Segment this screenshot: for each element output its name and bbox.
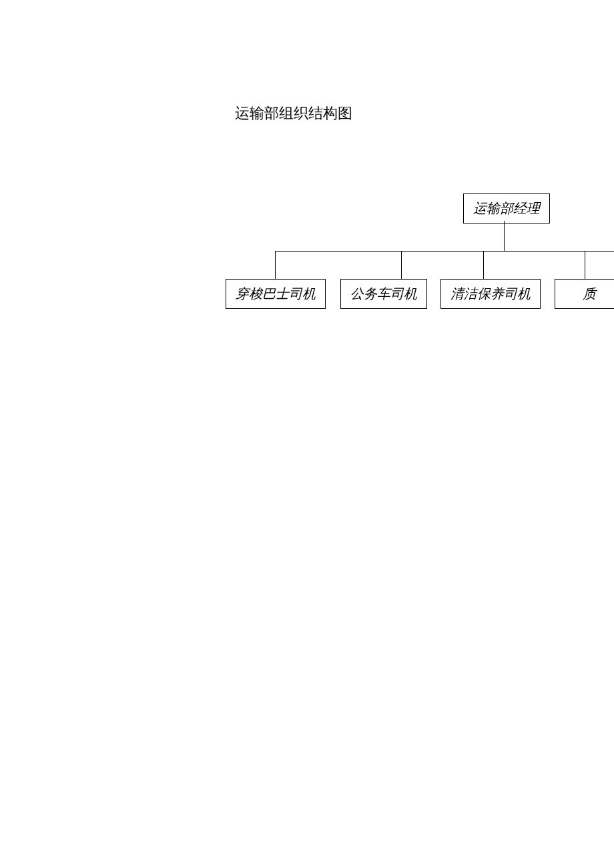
node-cleaning-maintenance-driver: 清洁保养司机	[440, 279, 541, 309]
connector-line	[275, 251, 276, 279]
node-official-car-driver: 公务车司机	[340, 279, 427, 309]
diagram-title: 运输部组织结构图	[235, 103, 352, 123]
node-manager: 运输部经理	[463, 193, 550, 224]
connector-line	[585, 251, 585, 279]
connector-line	[275, 251, 614, 252]
connector-line	[401, 251, 402, 279]
connector-line	[504, 221, 505, 252]
connector-line	[483, 251, 484, 279]
node-partial: 质	[555, 279, 614, 309]
node-shuttle-bus-driver: 穿梭巴士司机	[226, 279, 326, 309]
